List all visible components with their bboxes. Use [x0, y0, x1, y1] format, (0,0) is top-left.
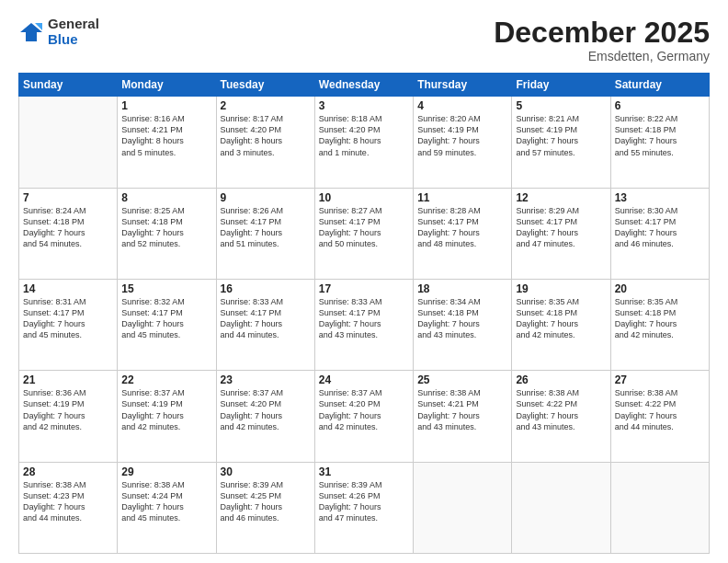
calendar-week-1: 1Sunrise: 8:16 AM Sunset: 4:21 PM Daylig…: [19, 97, 710, 188]
col-thursday: Thursday: [414, 74, 512, 97]
table-cell: 6Sunrise: 8:22 AM Sunset: 4:18 PM Daylig…: [610, 97, 709, 188]
day-number: 26: [516, 373, 606, 386]
table-cell: [414, 462, 512, 553]
day-number: 6: [615, 99, 705, 112]
day-info: Sunrise: 8:35 AM Sunset: 4:18 PM Dayligh…: [615, 296, 705, 341]
day-number: 19: [516, 282, 606, 295]
day-number: 3: [319, 99, 409, 112]
day-info: Sunrise: 8:24 AM Sunset: 4:18 PM Dayligh…: [23, 205, 113, 250]
day-info: Sunrise: 8:29 AM Sunset: 4:17 PM Dayligh…: [516, 205, 606, 250]
day-number: 20: [615, 282, 705, 295]
day-number: 23: [221, 373, 311, 386]
day-info: Sunrise: 8:37 AM Sunset: 4:20 PM Dayligh…: [319, 387, 409, 432]
logo-general-text: General: [48, 17, 99, 32]
table-cell: 29Sunrise: 8:38 AM Sunset: 4:24 PM Dayli…: [118, 462, 216, 553]
day-number: 11: [417, 191, 507, 204]
table-cell: 14Sunrise: 8:31 AM Sunset: 4:17 PM Dayli…: [19, 279, 118, 370]
col-wednesday: Wednesday: [314, 74, 413, 97]
table-cell: 9Sunrise: 8:26 AM Sunset: 4:17 PM Daylig…: [216, 188, 314, 279]
table-cell: 19Sunrise: 8:35 AM Sunset: 4:18 PM Dayli…: [512, 279, 610, 370]
table-cell: 2Sunrise: 8:17 AM Sunset: 4:20 PM Daylig…: [216, 97, 314, 188]
table-cell: 27Sunrise: 8:38 AM Sunset: 4:22 PM Dayli…: [610, 371, 709, 462]
day-info: Sunrise: 8:37 AM Sunset: 4:19 PM Dayligh…: [121, 387, 211, 432]
day-number: 4: [417, 99, 507, 112]
day-number: 21: [23, 373, 113, 386]
day-info: Sunrise: 8:39 AM Sunset: 4:26 PM Dayligh…: [319, 479, 409, 524]
table-cell: 11Sunrise: 8:28 AM Sunset: 4:17 PM Dayli…: [414, 188, 512, 279]
day-number: 24: [319, 373, 409, 386]
day-number: 28: [23, 465, 113, 478]
table-cell: 17Sunrise: 8:33 AM Sunset: 4:17 PM Dayli…: [314, 279, 413, 370]
location-text: Emsdetten, Germany: [494, 49, 710, 63]
table-cell: 23Sunrise: 8:37 AM Sunset: 4:20 PM Dayli…: [216, 371, 314, 462]
day-info: Sunrise: 8:18 AM Sunset: 4:20 PM Dayligh…: [319, 113, 409, 158]
day-info: Sunrise: 8:31 AM Sunset: 4:17 PM Dayligh…: [23, 296, 113, 341]
day-number: 10: [319, 191, 409, 204]
logo-blue-text: Blue: [48, 32, 99, 48]
table-cell: 1Sunrise: 8:16 AM Sunset: 4:21 PM Daylig…: [118, 97, 216, 188]
col-tuesday: Tuesday: [216, 74, 314, 97]
table-cell: 3Sunrise: 8:18 AM Sunset: 4:20 PM Daylig…: [314, 97, 413, 188]
table-cell: 7Sunrise: 8:24 AM Sunset: 4:18 PM Daylig…: [19, 188, 118, 279]
day-number: 29: [121, 465, 211, 478]
day-info: Sunrise: 8:27 AM Sunset: 4:17 PM Dayligh…: [319, 205, 409, 250]
table-cell: 26Sunrise: 8:38 AM Sunset: 4:22 PM Dayli…: [512, 371, 610, 462]
day-info: Sunrise: 8:32 AM Sunset: 4:17 PM Dayligh…: [121, 296, 211, 341]
day-info: Sunrise: 8:38 AM Sunset: 4:21 PM Dayligh…: [417, 387, 507, 432]
day-number: 17: [319, 282, 409, 295]
table-cell: [610, 462, 709, 553]
day-info: Sunrise: 8:22 AM Sunset: 4:18 PM Dayligh…: [615, 113, 705, 158]
day-info: Sunrise: 8:20 AM Sunset: 4:19 PM Dayligh…: [417, 113, 507, 158]
day-number: 27: [615, 373, 705, 386]
day-number: 16: [221, 282, 311, 295]
day-info: Sunrise: 8:34 AM Sunset: 4:18 PM Dayligh…: [417, 296, 507, 341]
day-info: Sunrise: 8:25 AM Sunset: 4:18 PM Dayligh…: [121, 205, 211, 250]
day-number: 5: [516, 99, 606, 112]
table-cell: [19, 97, 118, 188]
table-cell: 4Sunrise: 8:20 AM Sunset: 4:19 PM Daylig…: [414, 97, 512, 188]
table-cell: [512, 462, 610, 553]
day-number: 9: [221, 191, 311, 204]
logo: General Blue: [18, 17, 99, 47]
day-info: Sunrise: 8:30 AM Sunset: 4:17 PM Dayligh…: [615, 205, 705, 250]
day-number: 22: [121, 373, 211, 386]
calendar-table: Sunday Monday Tuesday Wednesday Thursday…: [18, 73, 710, 554]
table-cell: 12Sunrise: 8:29 AM Sunset: 4:17 PM Dayli…: [512, 188, 610, 279]
table-cell: 21Sunrise: 8:36 AM Sunset: 4:19 PM Dayli…: [19, 371, 118, 462]
day-number: 30: [221, 465, 311, 478]
table-cell: 30Sunrise: 8:39 AM Sunset: 4:25 PM Dayli…: [216, 462, 314, 553]
calendar-week-4: 21Sunrise: 8:36 AM Sunset: 4:19 PM Dayli…: [19, 371, 710, 462]
day-info: Sunrise: 8:16 AM Sunset: 4:21 PM Dayligh…: [121, 113, 211, 158]
table-cell: 15Sunrise: 8:32 AM Sunset: 4:17 PM Dayli…: [118, 279, 216, 370]
day-info: Sunrise: 8:37 AM Sunset: 4:20 PM Dayligh…: [221, 387, 311, 432]
table-cell: 20Sunrise: 8:35 AM Sunset: 4:18 PM Dayli…: [610, 279, 709, 370]
col-monday: Monday: [118, 74, 216, 97]
day-info: Sunrise: 8:36 AM Sunset: 4:19 PM Dayligh…: [23, 387, 113, 432]
table-cell: 25Sunrise: 8:38 AM Sunset: 4:21 PM Dayli…: [414, 371, 512, 462]
day-number: 2: [221, 99, 311, 112]
day-number: 1: [121, 99, 211, 112]
month-title: December 2025: [494, 17, 710, 49]
day-info: Sunrise: 8:17 AM Sunset: 4:20 PM Dayligh…: [221, 113, 311, 158]
day-number: 25: [417, 373, 507, 386]
table-cell: 10Sunrise: 8:27 AM Sunset: 4:17 PM Dayli…: [314, 188, 413, 279]
day-number: 15: [121, 282, 211, 295]
day-number: 18: [417, 282, 507, 295]
calendar-week-3: 14Sunrise: 8:31 AM Sunset: 4:17 PM Dayli…: [19, 279, 710, 370]
table-cell: 24Sunrise: 8:37 AM Sunset: 4:20 PM Dayli…: [314, 371, 413, 462]
page-header: General Blue December 2025 Emsdetten, Ge…: [18, 17, 710, 63]
title-area: December 2025 Emsdetten, Germany: [494, 17, 710, 63]
day-info: Sunrise: 8:39 AM Sunset: 4:25 PM Dayligh…: [221, 479, 311, 524]
table-cell: 28Sunrise: 8:38 AM Sunset: 4:23 PM Dayli…: [19, 462, 118, 553]
table-cell: 16Sunrise: 8:33 AM Sunset: 4:17 PM Dayli…: [216, 279, 314, 370]
day-info: Sunrise: 8:26 AM Sunset: 4:17 PM Dayligh…: [221, 205, 311, 250]
table-cell: 13Sunrise: 8:30 AM Sunset: 4:17 PM Dayli…: [610, 188, 709, 279]
col-sunday: Sunday: [19, 74, 118, 97]
table-cell: 8Sunrise: 8:25 AM Sunset: 4:18 PM Daylig…: [118, 188, 216, 279]
day-info: Sunrise: 8:38 AM Sunset: 4:22 PM Dayligh…: [615, 387, 705, 432]
day-number: 13: [615, 191, 705, 204]
calendar-week-2: 7Sunrise: 8:24 AM Sunset: 4:18 PM Daylig…: [19, 188, 710, 279]
day-info: Sunrise: 8:38 AM Sunset: 4:22 PM Dayligh…: [516, 387, 606, 432]
table-cell: 18Sunrise: 8:34 AM Sunset: 4:18 PM Dayli…: [414, 279, 512, 370]
day-number: 31: [319, 465, 409, 478]
